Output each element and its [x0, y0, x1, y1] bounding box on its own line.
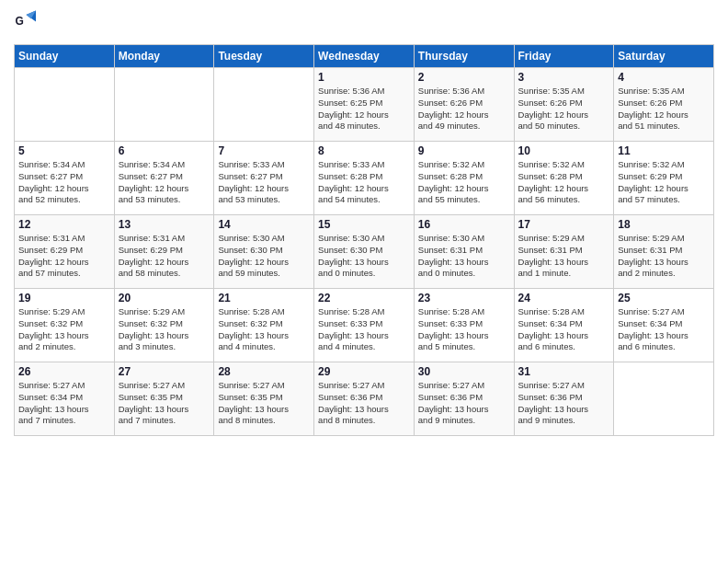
header-cell-friday: Friday — [514, 45, 614, 68]
day-cell: 23Sunrise: 5:28 AM Sunset: 6:33 PM Dayli… — [414, 289, 514, 362]
day-number: 15 — [318, 218, 410, 231]
day-number: 26 — [18, 365, 110, 378]
week-row-2: 12Sunrise: 5:31 AM Sunset: 6:29 PM Dayli… — [15, 215, 714, 289]
day-cell: 10Sunrise: 5:32 AM Sunset: 6:28 PM Dayli… — [514, 142, 614, 215]
day-cell: 31Sunrise: 5:27 AM Sunset: 6:36 PM Dayli… — [514, 362, 614, 436]
day-info: Sunrise: 5:27 AM Sunset: 6:34 PM Dayligh… — [18, 380, 110, 427]
day-cell: 9Sunrise: 5:32 AM Sunset: 6:28 PM Daylig… — [414, 142, 514, 215]
day-cell — [114, 68, 214, 142]
day-number: 3 — [518, 71, 610, 84]
day-cell: 18Sunrise: 5:29 AM Sunset: 6:31 PM Dayli… — [614, 215, 714, 289]
day-info: Sunrise: 5:35 AM Sunset: 6:26 PM Dayligh… — [518, 86, 610, 132]
svg-text:G: G — [16, 15, 24, 28]
day-cell: 11Sunrise: 5:32 AM Sunset: 6:29 PM Dayli… — [614, 142, 714, 215]
day-cell: 24Sunrise: 5:28 AM Sunset: 6:34 PM Dayli… — [514, 289, 614, 362]
day-info: Sunrise: 5:28 AM Sunset: 6:34 PM Dayligh… — [518, 306, 610, 353]
day-info: Sunrise: 5:30 AM Sunset: 6:31 PM Dayligh… — [418, 233, 510, 280]
day-info: Sunrise: 5:27 AM Sunset: 6:36 PM Dayligh… — [518, 380, 610, 427]
day-info: Sunrise: 5:29 AM Sunset: 6:32 PM Dayligh… — [119, 306, 210, 353]
day-number: 18 — [618, 218, 710, 231]
day-info: Sunrise: 5:29 AM Sunset: 6:31 PM Dayligh… — [518, 233, 610, 280]
day-number: 10 — [518, 144, 610, 157]
day-cell: 4Sunrise: 5:35 AM Sunset: 6:26 PM Daylig… — [614, 68, 714, 142]
day-number: 21 — [218, 292, 310, 304]
day-number: 30 — [418, 365, 510, 378]
day-number: 7 — [218, 144, 310, 157]
day-cell: 14Sunrise: 5:30 AM Sunset: 6:30 PM Dayli… — [214, 215, 314, 289]
header-cell-thursday: Thursday — [414, 45, 514, 68]
day-number: 11 — [618, 144, 710, 157]
day-info: Sunrise: 5:32 AM Sunset: 6:29 PM Dayligh… — [618, 159, 710, 206]
day-number: 28 — [218, 365, 310, 378]
day-cell: 2Sunrise: 5:36 AM Sunset: 6:26 PM Daylig… — [414, 68, 514, 142]
day-info: Sunrise: 5:32 AM Sunset: 6:28 PM Dayligh… — [418, 159, 510, 206]
day-number: 4 — [618, 71, 710, 84]
day-cell: 13Sunrise: 5:31 AM Sunset: 6:29 PM Dayli… — [114, 215, 214, 289]
header: G — [14, 9, 714, 37]
day-info: Sunrise: 5:33 AM Sunset: 6:27 PM Dayligh… — [218, 159, 310, 206]
page: G SundayMondayTuesdayWednesdayThursdayFr… — [0, 0, 728, 563]
day-number: 5 — [18, 144, 110, 157]
day-info: Sunrise: 5:34 AM Sunset: 6:27 PM Dayligh… — [119, 159, 210, 206]
day-number: 8 — [318, 144, 410, 157]
calendar-table: SundayMondayTuesdayWednesdayThursdayFrid… — [14, 44, 714, 436]
day-number: 24 — [518, 292, 610, 304]
day-number: 12 — [18, 218, 110, 231]
header-cell-wednesday: Wednesday — [314, 45, 415, 68]
day-cell: 3Sunrise: 5:35 AM Sunset: 6:26 PM Daylig… — [514, 68, 614, 142]
week-row-0: 1Sunrise: 5:36 AM Sunset: 6:25 PM Daylig… — [15, 68, 714, 142]
day-cell: 12Sunrise: 5:31 AM Sunset: 6:29 PM Dayli… — [15, 215, 115, 289]
day-info: Sunrise: 5:27 AM Sunset: 6:35 PM Dayligh… — [119, 380, 210, 427]
day-info: Sunrise: 5:27 AM Sunset: 6:34 PM Dayligh… — [618, 306, 710, 353]
day-cell: 1Sunrise: 5:36 AM Sunset: 6:25 PM Daylig… — [314, 68, 415, 142]
day-cell: 27Sunrise: 5:27 AM Sunset: 6:35 PM Dayli… — [114, 362, 214, 436]
day-number: 31 — [518, 365, 610, 378]
day-number: 19 — [18, 292, 110, 304]
day-cell: 5Sunrise: 5:34 AM Sunset: 6:27 PM Daylig… — [15, 142, 115, 215]
calendar-body: 1Sunrise: 5:36 AM Sunset: 6:25 PM Daylig… — [15, 68, 714, 436]
day-cell — [214, 68, 314, 142]
day-cell: 15Sunrise: 5:30 AM Sunset: 6:30 PM Dayli… — [314, 215, 415, 289]
day-number: 20 — [119, 292, 210, 304]
day-info: Sunrise: 5:36 AM Sunset: 6:25 PM Dayligh… — [318, 86, 410, 132]
logo: G — [14, 9, 45, 37]
calendar-header: SundayMondayTuesdayWednesdayThursdayFrid… — [15, 45, 714, 68]
day-cell — [614, 362, 714, 436]
header-cell-sunday: Sunday — [15, 45, 115, 68]
day-number: 13 — [119, 218, 210, 231]
day-cell: 25Sunrise: 5:27 AM Sunset: 6:34 PM Dayli… — [614, 289, 714, 362]
header-cell-tuesday: Tuesday — [214, 45, 314, 68]
day-info: Sunrise: 5:27 AM Sunset: 6:36 PM Dayligh… — [318, 380, 410, 427]
day-info: Sunrise: 5:27 AM Sunset: 6:35 PM Dayligh… — [218, 380, 310, 427]
day-info: Sunrise: 5:27 AM Sunset: 6:36 PM Dayligh… — [418, 380, 510, 427]
day-info: Sunrise: 5:30 AM Sunset: 6:30 PM Dayligh… — [218, 233, 310, 280]
header-cell-saturday: Saturday — [614, 45, 714, 68]
day-info: Sunrise: 5:32 AM Sunset: 6:28 PM Dayligh… — [518, 159, 610, 206]
day-number: 9 — [418, 144, 510, 157]
day-info: Sunrise: 5:28 AM Sunset: 6:33 PM Dayligh… — [418, 306, 510, 353]
day-number: 23 — [418, 292, 510, 304]
day-info: Sunrise: 5:28 AM Sunset: 6:32 PM Dayligh… — [218, 306, 310, 353]
day-info: Sunrise: 5:31 AM Sunset: 6:29 PM Dayligh… — [18, 233, 110, 280]
week-row-3: 19Sunrise: 5:29 AM Sunset: 6:32 PM Dayli… — [15, 289, 714, 362]
day-number: 27 — [119, 365, 210, 378]
day-cell: 19Sunrise: 5:29 AM Sunset: 6:32 PM Dayli… — [15, 289, 115, 362]
day-cell: 16Sunrise: 5:30 AM Sunset: 6:31 PM Dayli… — [414, 215, 514, 289]
day-cell: 30Sunrise: 5:27 AM Sunset: 6:36 PM Dayli… — [414, 362, 514, 436]
day-cell: 21Sunrise: 5:28 AM Sunset: 6:32 PM Dayli… — [214, 289, 314, 362]
day-info: Sunrise: 5:29 AM Sunset: 6:32 PM Dayligh… — [18, 306, 110, 353]
week-row-1: 5Sunrise: 5:34 AM Sunset: 6:27 PM Daylig… — [15, 142, 714, 215]
day-cell: 26Sunrise: 5:27 AM Sunset: 6:34 PM Dayli… — [15, 362, 115, 436]
day-number: 16 — [418, 218, 510, 231]
day-number: 2 — [418, 71, 510, 84]
day-number: 22 — [318, 292, 410, 304]
day-info: Sunrise: 5:34 AM Sunset: 6:27 PM Dayligh… — [18, 159, 110, 206]
day-number: 6 — [119, 144, 210, 157]
day-cell: 20Sunrise: 5:29 AM Sunset: 6:32 PM Dayli… — [114, 289, 214, 362]
day-info: Sunrise: 5:33 AM Sunset: 6:28 PM Dayligh… — [318, 159, 410, 206]
day-info: Sunrise: 5:35 AM Sunset: 6:26 PM Dayligh… — [618, 86, 710, 132]
day-number: 25 — [618, 292, 710, 304]
day-number: 29 — [318, 365, 410, 378]
day-cell: 29Sunrise: 5:27 AM Sunset: 6:36 PM Dayli… — [314, 362, 415, 436]
day-cell: 7Sunrise: 5:33 AM Sunset: 6:27 PM Daylig… — [214, 142, 314, 215]
